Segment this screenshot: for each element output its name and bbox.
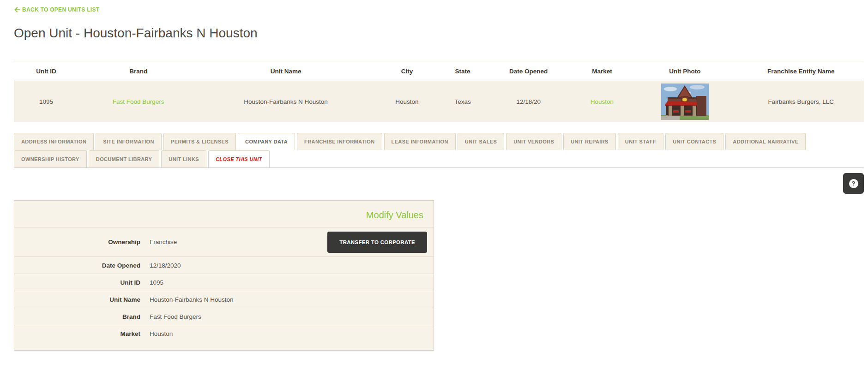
tab-permits-licenses[interactable]: PERMITS & LICENSES <box>163 133 236 150</box>
field-value: Houston <box>150 330 173 337</box>
tab-unit-contacts[interactable]: UNIT CONTACTS <box>665 133 723 150</box>
cell-unit-photo <box>632 84 738 120</box>
help-toolbar: ? <box>14 173 864 194</box>
col-header-brand: Brand <box>78 68 199 75</box>
field-value: 12/18/2020 <box>150 262 181 269</box>
tab-unit-staff[interactable]: UNIT STAFF <box>618 133 663 150</box>
tab-ownership-history[interactable]: OWNERSHIP HISTORY <box>14 150 87 167</box>
col-header-unit-photo: Unit Photo <box>632 68 738 75</box>
tab-unit-sales[interactable]: UNIT SALES <box>458 133 504 150</box>
field-label: Brand <box>14 313 140 320</box>
back-to-open-units-link[interactable]: BACK TO OPEN UNITS LIST <box>14 6 99 13</box>
field-value: Franchise <box>150 239 177 245</box>
field-row-ownership: Ownership Franchise TRANSFER TO CORPORAT… <box>14 227 434 257</box>
tab-unit-vendors[interactable]: UNIT VENDORS <box>506 133 561 150</box>
field-value: Fast Food Burgers <box>150 313 201 320</box>
field-row-market: Market Houston <box>14 325 434 342</box>
tab-lease-information[interactable]: LEASE INFORMATION <box>384 133 456 150</box>
cell-state: Texas <box>440 98 485 105</box>
field-row-date-opened: Date Opened 12/18/2020 <box>14 257 434 274</box>
field-row-unit-name: Unit Name Houston-Fairbanks N Houston <box>14 291 434 308</box>
cell-date-opened: 12/18/20 <box>485 98 573 105</box>
back-arrow-icon <box>14 6 20 13</box>
restaurant-photo[interactable] <box>661 84 709 120</box>
panel-title: Modify Values <box>14 201 434 227</box>
tab-additional-narrative[interactable]: ADDITIONAL NARRATIVE <box>725 133 806 150</box>
tab-unit-repairs[interactable]: UNIT REPAIRS <box>563 133 616 150</box>
field-label: Unit Name <box>14 296 140 303</box>
cell-city: Houston <box>374 98 440 105</box>
cell-brand-link[interactable]: Fast Food Burgers <box>78 98 199 105</box>
field-row-unit-id: Unit ID 1095 <box>14 274 434 291</box>
back-link-label: BACK TO OPEN UNITS LIST <box>22 6 99 13</box>
tab-document-library[interactable]: DOCUMENT LIBRARY <box>89 150 160 167</box>
cell-franchise-entity-name: Fairbanks Burgers, LLC <box>738 98 863 105</box>
field-label: Market <box>14 330 140 337</box>
unit-summary-table: Unit ID Brand Unit Name City State Date … <box>14 61 864 122</box>
tab-unit-links[interactable]: UNIT LINKS <box>161 150 206 167</box>
tab-site-information[interactable]: SITE INFORMATION <box>96 133 162 150</box>
col-header-state: State <box>440 68 485 75</box>
table-header-row: Unit ID Brand Unit Name City State Date … <box>14 61 864 81</box>
field-label: Ownership <box>14 239 140 245</box>
field-row-brand: Brand Fast Food Burgers <box>14 308 434 325</box>
unit-tabs: ADDRESS INFORMATION SITE INFORMATION PER… <box>14 133 864 168</box>
tab-address-information[interactable]: ADDRESS INFORMATION <box>14 133 94 150</box>
col-header-city: City <box>374 68 440 75</box>
cell-unit-name: Houston-Fairbanks N Houston <box>198 98 373 105</box>
col-header-unit-name: Unit Name <box>198 68 373 75</box>
page: BACK TO OPEN UNITS LIST Open Unit - Hous… <box>0 0 868 351</box>
tab-franchise-information[interactable]: FRANCHISE INFORMATION <box>297 133 382 150</box>
col-header-market: Market <box>572 68 632 75</box>
field-value: Houston-Fairbanks N Houston <box>150 296 234 303</box>
col-header-unit-id: Unit ID <box>14 68 78 75</box>
table-row: 1095 Fast Food Burgers Houston-Fairbanks… <box>14 81 864 122</box>
cell-unit-id: 1095 <box>14 98 78 105</box>
tab-close-this-unit[interactable]: CLOSE THIS UNIT <box>208 150 270 167</box>
transfer-to-corporate-button[interactable]: TRANSFER TO CORPORATE <box>327 232 427 253</box>
company-data-panel: Modify Values Ownership Franchise TRANSF… <box>14 200 434 351</box>
col-header-franchise-entity-name: Franchise Entity Name <box>738 68 863 75</box>
question-mark-icon: ? <box>849 179 858 188</box>
field-label: Unit ID <box>14 279 140 286</box>
tab-company-data[interactable]: COMPANY DATA <box>238 133 295 150</box>
field-label: Date Opened <box>14 262 140 269</box>
page-title: Open Unit - Houston-Fairbanks N Houston <box>14 26 864 41</box>
field-value: 1095 <box>150 279 163 286</box>
help-button[interactable]: ? <box>843 173 864 194</box>
cell-market-link[interactable]: Houston <box>572 98 632 105</box>
col-header-date-opened: Date Opened <box>485 68 573 75</box>
